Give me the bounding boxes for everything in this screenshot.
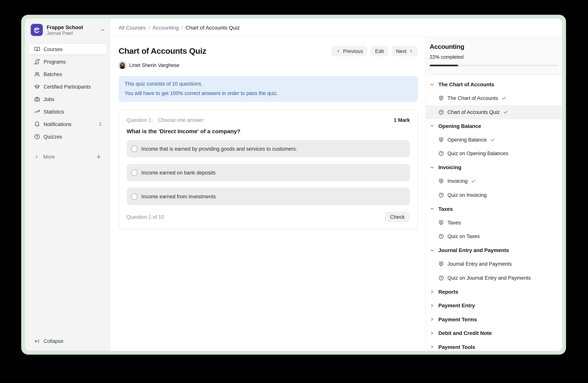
quiz-icon xyxy=(438,234,444,239)
outline-quiz[interactable]: Quiz on Taxes xyxy=(426,230,562,243)
notification-count-badge: 1 xyxy=(99,121,102,127)
outline-section-title: Payment Entry xyxy=(438,303,475,309)
breadcrumb-separator: / xyxy=(148,24,150,30)
chevron-right-icon xyxy=(34,154,39,159)
lesson-icon xyxy=(438,261,444,267)
outline-section-payment-tools[interactable]: Payment Tools xyxy=(426,340,562,351)
outline-lesson[interactable]: Taxes xyxy=(426,216,562,230)
outline-section-title: The Chart of Accounts xyxy=(438,81,494,88)
quiz-icon xyxy=(438,192,444,198)
answer-option-label: Income earned from investments xyxy=(141,193,216,199)
sidebar-item-jobs[interactable]: Jobs xyxy=(29,94,107,104)
course-outline-list: The Chart of Accounts The Chart of Accou… xyxy=(426,75,562,351)
sidebar-collapse[interactable]: Collapse xyxy=(25,338,111,351)
outline-section-title: Journal Entry and Payments xyxy=(438,247,509,253)
workspace-switcher[interactable]: Frappe School Jannat Patel xyxy=(25,19,111,36)
sidebar: Frappe School Jannat Patel Courses Pro xyxy=(25,19,111,351)
notice-line-2: You will have to get 100% correct answer… xyxy=(125,90,412,97)
sidebar-item-courses[interactable]: Courses xyxy=(29,44,107,55)
outline-section-title: Invoicing xyxy=(438,164,461,171)
outline-section-title: Payment Tools xyxy=(438,344,475,350)
question-number-label: Question 1: xyxy=(126,117,153,123)
outline-quiz[interactable]: Quiz on Invoicing xyxy=(426,188,562,202)
author-name: Linet Sherin Varghese xyxy=(129,62,179,68)
breadcrumb-separator: / xyxy=(182,24,183,30)
sidebar-item-batches[interactable]: Batches xyxy=(29,69,107,79)
outline-section-chart-of-accounts[interactable]: The Chart of Accounts xyxy=(426,77,562,91)
chevron-right-icon xyxy=(430,303,435,308)
sidebar-item-notifications[interactable]: Notifications 1 xyxy=(29,119,107,129)
course-progress-text: 22% completed xyxy=(430,54,558,60)
quiz-icon xyxy=(438,275,444,281)
trending-up-icon xyxy=(34,109,40,115)
outline-section-payment-entry[interactable]: Payment Entry xyxy=(426,299,562,312)
quiz-icon xyxy=(438,109,444,115)
outline-lesson[interactable]: Invoicing xyxy=(426,174,562,188)
sidebar-item-label: Certified Participants xyxy=(43,84,91,90)
answer-option-2[interactable]: Income earned on bank deposits xyxy=(126,164,410,181)
previous-button[interactable]: Previous xyxy=(332,46,368,57)
outline-item-label: Quiz on Taxes xyxy=(447,234,480,239)
chevron-right-icon xyxy=(430,345,435,349)
check-icon xyxy=(502,96,506,101)
outline-quiz[interactable]: Quiz on Opening Balances xyxy=(426,147,562,160)
check-icon xyxy=(490,137,495,142)
page-title: Chart of Accounts Quiz xyxy=(119,46,206,56)
answer-option-1[interactable]: Income that is earned by providing goods… xyxy=(126,140,410,157)
outline-quiz-current[interactable]: Chart of Accounts Quiz xyxy=(426,105,562,119)
outline-lesson[interactable]: The Chart of Accounts xyxy=(426,91,562,105)
outline-section-invoicing[interactable]: Invoicing xyxy=(426,160,562,174)
chevron-down-icon xyxy=(430,124,435,129)
outline-section-opening-balance[interactable]: Opening Balance xyxy=(426,119,562,133)
outline-section-payment-terms[interactable]: Payment Terms xyxy=(426,312,562,326)
sidebar-item-quizzes[interactable]: Quizzes xyxy=(29,131,107,142)
course-title: Accounting xyxy=(430,43,558,51)
check-button[interactable]: Check xyxy=(385,211,410,222)
outline-quiz[interactable]: Quiz on Journal Entry and Payments xyxy=(426,271,562,285)
outline-section-journal-entry[interactable]: Journal Entry and Payments xyxy=(426,243,562,257)
question-instruction: Choose one answer xyxy=(158,117,203,123)
outline-section-title: Taxes xyxy=(438,206,453,212)
breadcrumb-accounting[interactable]: Accounting xyxy=(152,24,179,30)
outline-section-title: Debit and Credit Note xyxy=(438,330,492,336)
book-open-icon xyxy=(34,46,40,52)
chevron-down-icon[interactable] xyxy=(100,27,105,33)
sidebar-item-programs[interactable]: Programs xyxy=(29,57,107,67)
plus-icon[interactable] xyxy=(96,154,102,159)
sidebar-item-statistics[interactable]: Statistics xyxy=(29,106,107,117)
sidebar-item-certified-participants[interactable]: Certified Participants xyxy=(29,81,107,92)
outline-section-taxes[interactable]: Taxes xyxy=(426,202,562,216)
outline-section-title: Payment Terms xyxy=(438,316,477,323)
notice-line-1: This quiz consists of 10 questions. xyxy=(125,80,412,88)
outline-item-label: Chart of Accounts Quiz xyxy=(447,109,500,115)
outline-item-label: Quiz on Journal Entry and Payments xyxy=(447,275,531,281)
next-button[interactable]: Next xyxy=(391,46,418,57)
edit-button[interactable]: Edit xyxy=(371,46,389,57)
radio-button[interactable] xyxy=(131,193,138,200)
outline-item-label: Quiz on Opening Balances xyxy=(447,151,508,156)
radio-button[interactable] xyxy=(131,146,138,152)
breadcrumb-all-courses[interactable]: All Courses xyxy=(119,24,146,30)
sidebar-item-label: Programs xyxy=(43,59,66,64)
chevron-down-icon xyxy=(430,82,435,87)
frappe-school-logo xyxy=(31,24,43,36)
outline-item-label: Opening Balance xyxy=(447,137,487,143)
outline-section-title: Opening Balance xyxy=(438,123,481,129)
sidebar-more[interactable]: More xyxy=(29,151,107,162)
outline-lesson[interactable]: Opening Balance xyxy=(426,133,562,147)
outline-section-reports[interactable]: Reports xyxy=(426,285,562,299)
chevron-right-icon xyxy=(409,49,413,53)
content-area: All Courses / Accounting / Chart of Acco… xyxy=(111,19,562,351)
route-icon xyxy=(34,59,40,65)
answer-option-3[interactable]: Income earned from investments xyxy=(126,188,410,205)
outline-section-debit-credit-note[interactable]: Debit and Credit Note xyxy=(426,326,562,340)
radio-button[interactable] xyxy=(131,169,138,176)
chevron-down-icon xyxy=(430,248,435,253)
sidebar-more-label: More xyxy=(43,154,55,159)
lesson-icon xyxy=(438,96,444,101)
lesson-icon xyxy=(438,178,444,184)
quiz-page: Chart of Accounts Quiz Previous Edit xyxy=(111,37,425,351)
outline-lesson[interactable]: Journal Entry and Payments xyxy=(426,257,562,271)
sidebar-spacer xyxy=(25,162,111,338)
outline-item-label: The Chart of Accounts xyxy=(447,96,498,101)
